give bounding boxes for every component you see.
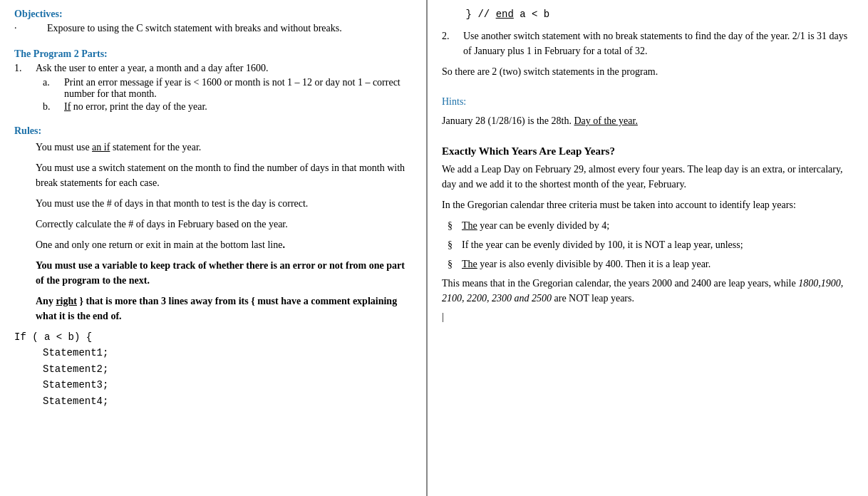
program2-sub-a: a. Print an error message if year is < 1… (43, 77, 412, 100)
right-item-2: 2. Use another switch statement with no … (442, 29, 854, 58)
objectives-text: Exposure to using the C switch statement… (47, 23, 342, 34)
objectives-item: · Exposure to using the C switch stateme… (14, 23, 412, 34)
rules-item-6: You must use a variable to keep track of… (36, 258, 412, 288)
rules-item-7: Any right } that is more than 3 lines aw… (36, 294, 412, 324)
leap-para-3: This means that in the Gregorian calenda… (442, 276, 854, 306)
code-line-3: Statement2; (43, 361, 412, 377)
right-item-2-text: Use another switch statement with no bre… (463, 29, 854, 58)
right-panel: } // end a < b 2. Use another switch sta… (428, 0, 868, 496)
rules-item-4: Correctly calculate the # of days in Feb… (36, 217, 412, 232)
leap-bullet-3: § The year is also evenly divisible by 4… (448, 257, 854, 272)
program2-text-1: Ask the user to enter a year, a month an… (36, 63, 268, 74)
program2-sub-a-text: Print an error message if year is < 1600… (64, 77, 412, 100)
code-line-2: Statement1; (43, 345, 412, 361)
section-symbol-1: § (448, 218, 462, 233)
leap-para-2: In the Gregorian calendar three criteria… (442, 197, 854, 212)
alpha-b: b. (43, 101, 64, 113)
code-block: If ( a < b) { Statement1; Statement2; St… (14, 329, 412, 409)
program2-item-1: 1. Ask the user to enter a year, a month… (14, 63, 412, 74)
rules-item-5: One and only one return or exit in main … (36, 237, 412, 252)
cursor-line: | (442, 311, 854, 323)
leap-bullet-1-text: The year can be evenly divided by 4; (462, 218, 609, 233)
right-item-2-num: 2. (442, 29, 463, 58)
program2-title: The Program 2 Parts: (14, 48, 412, 60)
objectives-title: Objectives: (14, 9, 412, 20)
alpha-a: a. (43, 77, 64, 100)
leap-para-1: We add a Leap Day on February 29, almost… (442, 162, 854, 192)
program2-num-1: 1. (14, 63, 36, 74)
left-panel: Objectives: · Exposure to using the C sw… (0, 0, 428, 496)
rules-item-2: You must use a switch statement on the m… (36, 160, 412, 190)
rules-title: Rules: (14, 125, 412, 137)
leap-bullet-1: § The year can be evenly divided by 4; (448, 218, 854, 233)
section-symbol-3: § (448, 257, 462, 272)
leap-title: Exactly Which Years Are Leap Years? (442, 145, 854, 157)
rules-item-1: You must use an if statement for the yea… (36, 140, 412, 155)
rules-item-3: You must use the # of days in that month… (36, 196, 412, 211)
leap-bullet-3-text: The year is also evenly divisible by 400… (462, 257, 711, 272)
top-code-line: } // end a < b (442, 9, 854, 20)
hints-example: January 28 (1/28/16) is the 28th. Day of… (442, 113, 854, 128)
two-switch-text: So there are 2 (two) switch statements i… (442, 64, 854, 79)
hints-title: Hints: (442, 96, 854, 108)
code-line-1: If ( a < b) { (14, 329, 412, 345)
code-line-5: Statement4; (43, 393, 412, 409)
bullet-dot: · (14, 23, 26, 34)
leap-bullet-2: § If the year can be evenly divided by 1… (448, 237, 854, 252)
program2-sub-b: b. If no error, print the day of the yea… (43, 101, 412, 113)
section-symbol-2: § (448, 237, 462, 252)
program2-sub-b-text: If no error, print the day of the year. (64, 101, 207, 113)
code-line-4: Statement3; (43, 377, 412, 393)
leap-bullet-2-text: If the year can be evenly divided by 100… (462, 237, 743, 252)
